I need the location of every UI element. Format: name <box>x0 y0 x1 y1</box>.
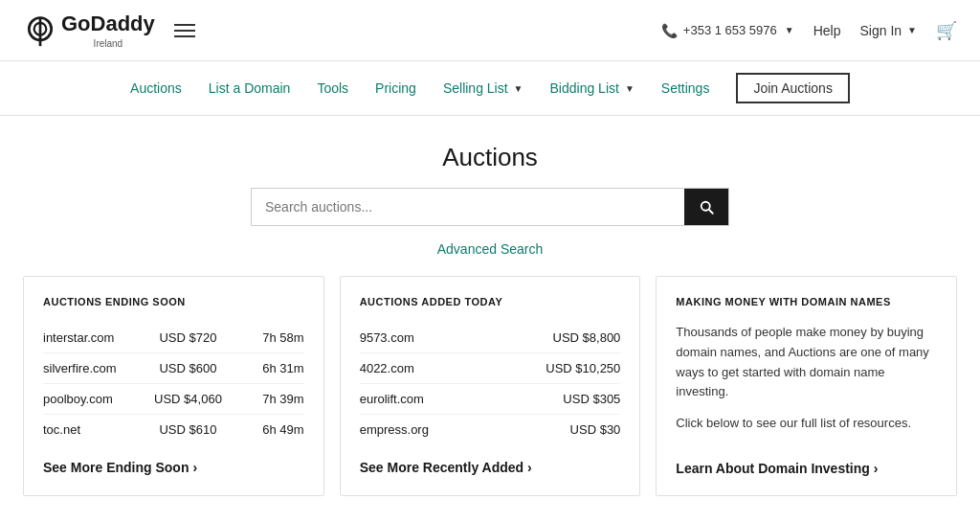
see-more-ending-soon-link[interactable]: See More Ending Soon › <box>43 460 197 475</box>
cart-icon[interactable]: 🛒 <box>936 20 957 41</box>
price-1: USD $600 <box>140 361 236 375</box>
price-0: USD $720 <box>140 330 236 345</box>
bidding-list-arrow: ▼ <box>625 83 635 94</box>
phone-wrap[interactable]: 📞 +353 1 653 5976 ▼ <box>661 23 794 38</box>
domain-investing-desc1: Thousands of people make money by buying… <box>676 323 937 402</box>
chevron-right-icon: › <box>874 461 879 476</box>
search-button[interactable] <box>684 189 728 225</box>
phone-number: +353 1 653 5976 <box>683 23 777 37</box>
price-a2: USD $305 <box>563 392 620 406</box>
domain-1: silverfire.com <box>43 361 140 375</box>
nav-bidding-list[interactable]: Bidding List ▼ <box>550 80 635 96</box>
table-row: interstar.com USD $720 7h 58m <box>43 323 304 353</box>
card-added-today: AUCTIONS ADDED TODAY 9573.com USD $8,800… <box>340 276 641 496</box>
table-row: 9573.com USD $8,800 <box>360 323 621 353</box>
nav-settings[interactable]: Settings <box>661 80 710 96</box>
domain-a2: eurolift.com <box>360 392 564 406</box>
page-title-wrap: Auctions <box>0 116 980 188</box>
selling-list-arrow: ▼ <box>514 83 523 94</box>
time-0: 7h 58m <box>236 330 304 345</box>
signin-wrap[interactable]: Sign In ▼ <box>860 23 918 38</box>
table-row: poolboy.com USD $4,060 7h 39m <box>43 384 304 415</box>
search-icon <box>698 198 715 216</box>
domain-3: toc.net <box>43 422 140 437</box>
hamburger-line2 <box>174 30 195 32</box>
domain-2: poolboy.com <box>43 392 140 406</box>
signin-label: Sign In <box>860 23 902 38</box>
time-1: 6h 31m <box>236 361 304 375</box>
table-row: empress.org USD $30 <box>360 415 621 444</box>
price-a1: USD $10,250 <box>546 361 620 375</box>
search-box <box>251 188 729 226</box>
logo-sub: Ireland <box>61 38 155 49</box>
domain-a0: 9573.com <box>360 330 553 345</box>
domain-investing-title: MAKING MONEY WITH DOMAIN NAMES <box>676 296 937 307</box>
table-row: silverfire.com USD $600 6h 31m <box>43 353 304 384</box>
price-a3: USD $30 <box>570 422 621 437</box>
page-title: Auctions <box>23 143 957 172</box>
nav-pricing[interactable]: Pricing <box>375 80 416 96</box>
table-row: toc.net USD $610 6h 49m <box>43 415 304 444</box>
table-row: 4022.com USD $10,250 <box>360 353 621 384</box>
domain-a1: 4022.com <box>360 361 546 375</box>
phone-dropdown-arrow: ▼ <box>785 25 794 35</box>
logo-name: GoDaddy <box>61 11 155 36</box>
hamburger-menu[interactable] <box>170 20 199 41</box>
nav-auctions[interactable]: Auctions <box>130 80 182 96</box>
advanced-search-wrap: Advanced Search <box>0 234 980 276</box>
time-3: 6h 49m <box>236 422 304 437</box>
phone-icon: 📞 <box>661 23 678 38</box>
search-input[interactable] <box>252 189 684 225</box>
join-auctions-button[interactable]: Join Auctions <box>736 73 850 103</box>
nav-selling-list[interactable]: Selling List ▼ <box>443 80 523 96</box>
card-ending-soon: AUCTIONS ENDING SOON interstar.com USD $… <box>23 276 324 496</box>
time-2: 7h 39m <box>236 392 304 406</box>
price-a0: USD $8,800 <box>553 330 621 345</box>
price-3: USD $610 <box>140 422 236 437</box>
top-bar-left: GoDaddy Ireland <box>23 11 199 49</box>
godaddy-logo-icon <box>23 13 57 48</box>
domain-investing-desc2: Click below to see our full list of reso… <box>676 414 937 434</box>
hamburger-line3 <box>174 35 195 37</box>
domain-0: interstar.com <box>43 330 140 345</box>
card-domain-investing: MAKING MONEY WITH DOMAIN NAMES Thousands… <box>656 276 957 496</box>
learn-domain-investing-link[interactable]: Learn About Domain Investing › <box>676 461 878 476</box>
logo-text-wrap: GoDaddy Ireland <box>61 11 155 49</box>
price-2: USD $4,060 <box>140 392 236 406</box>
see-more-recently-added-label: See More Recently Added <box>360 460 523 475</box>
signin-arrow: ▼ <box>907 25 917 35</box>
see-more-ending-soon-label: See More Ending Soon <box>43 460 189 475</box>
chevron-right-icon: › <box>192 460 197 475</box>
hamburger-line1 <box>174 24 195 26</box>
cards-section: AUCTIONS ENDING SOON interstar.com USD $… <box>0 276 980 522</box>
nav-list-domain[interactable]: List a Domain <box>209 80 291 96</box>
logo[interactable]: GoDaddy Ireland <box>23 11 155 49</box>
table-row: eurolift.com USD $305 <box>360 384 621 415</box>
added-today-title: AUCTIONS ADDED TODAY <box>360 296 621 307</box>
top-bar-right: 📞 +353 1 653 5976 ▼ Help Sign In ▼ 🛒 <box>661 20 957 41</box>
advanced-search-link[interactable]: Advanced Search <box>437 241 544 257</box>
see-more-recently-added-link[interactable]: See More Recently Added › <box>360 460 532 475</box>
learn-domain-investing-label: Learn About Domain Investing <box>676 461 870 476</box>
top-bar: GoDaddy Ireland 📞 +353 1 653 5976 ▼ Help… <box>0 0 980 61</box>
nav-tools[interactable]: Tools <box>317 80 348 96</box>
search-wrap <box>0 188 980 234</box>
ending-soon-title: AUCTIONS ENDING SOON <box>43 296 304 307</box>
main-nav: Auctions List a Domain Tools Pricing Sel… <box>0 61 980 116</box>
chevron-right-icon: › <box>527 460 532 475</box>
domain-a3: empress.org <box>360 422 570 437</box>
help-link[interactable]: Help <box>813 23 841 38</box>
